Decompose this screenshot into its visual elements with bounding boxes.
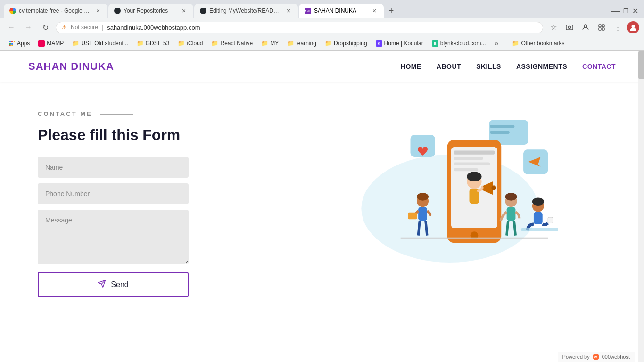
svg-rect-21 <box>490 131 510 134</box>
svg-rect-14 <box>9 45 11 46</box>
tab-2-close[interactable]: × <box>180 7 188 15</box>
tab-4-title: SAHAN DINUKA <box>314 8 368 14</box>
tab-4-close[interactable]: × <box>371 7 378 15</box>
browser-tab-4[interactable]: SD SAHAN DINUKA × <box>299 4 384 18</box>
website-content: SAHAN DINUKA HOME ABOUT SKILLS ASSIGNMEN… <box>0 51 644 362</box>
svg-rect-0 <box>566 25 573 30</box>
bookmarks-more-button[interactable]: » <box>490 39 502 48</box>
forward-button[interactable]: → <box>22 21 35 34</box>
chrome-menu-button[interactable]: ⋮ <box>611 21 624 34</box>
github-favicon-2 <box>114 8 121 14</box>
scrollbar[interactable] <box>638 51 644 362</box>
message-textarea[interactable] <box>38 210 189 264</box>
browser-tab-2[interactable]: Your Repositories × <box>108 4 193 18</box>
bookmark-mamp-label: MAMP <box>47 40 64 47</box>
svg-point-43 <box>505 193 517 201</box>
svg-rect-13 <box>11 43 13 45</box>
scrollbar-thumb[interactable] <box>638 51 644 79</box>
svg-text:W: W <box>594 356 597 359</box>
svg-rect-40 <box>418 207 427 221</box>
bookmark-other[interactable]: 📁 Other bookmarks <box>508 39 568 48</box>
svg-point-37 <box>491 185 496 190</box>
bookmark-use-label: USE Old student... <box>81 40 128 47</box>
extensions-button[interactable] <box>595 21 608 34</box>
folder-icon-react: 📁 <box>211 40 218 47</box>
tab-1-close[interactable]: × <box>94 7 102 15</box>
powered-by-host: 000webhost <box>602 354 630 360</box>
bookmark-react-native[interactable]: 📁 React Native <box>207 39 256 48</box>
bookmark-blynk[interactable]: B blynk-cloud.com... <box>428 39 490 48</box>
svg-rect-29 <box>454 157 483 160</box>
security-icon: ⚠ <box>62 24 67 31</box>
powered-by-footer: Powered by W 000webhost <box>558 352 635 362</box>
send-label: Send <box>111 280 128 289</box>
browser-tab-3[interactable]: Editing MyWebsite/README... × <box>194 4 298 18</box>
bookmark-react-label: React Native <box>220 40 253 47</box>
bookmark-use-old[interactable]: 📁 USE Old student... <box>68 39 132 48</box>
site-nav: HOME ABOUT SKILLS ASSIGNMENTS CONTACT <box>401 63 616 70</box>
svg-rect-30 <box>454 162 490 165</box>
svg-rect-3 <box>599 25 601 27</box>
new-tab-button[interactable]: + <box>385 4 398 17</box>
profile-avatar[interactable] <box>627 21 639 33</box>
send-button[interactable]: Send <box>38 272 189 297</box>
bookmark-dropshipping[interactable]: 📁 Dropshipping <box>321 39 371 48</box>
github-favicon-3 <box>200 8 206 14</box>
folder-icon-my: 📁 <box>261 40 268 47</box>
nav-home[interactable]: HOME <box>401 63 421 70</box>
site-header: SAHAN DINUKA HOME ABOUT SKILLS ASSIGNMEN… <box>0 51 644 82</box>
bookmark-my[interactable]: 📁 MY <box>257 39 282 48</box>
minimize-button[interactable]: — <box>611 6 620 16</box>
svg-point-34 <box>467 172 481 181</box>
bookmark-kodular[interactable]: K Home | Kodular <box>372 39 427 48</box>
svg-rect-10 <box>11 41 13 42</box>
svg-point-2 <box>584 25 587 27</box>
account-button[interactable] <box>579 21 592 34</box>
folder-icon-gdse: 📁 <box>137 40 144 47</box>
folder-icon-other: 📁 <box>512 40 519 47</box>
restore-button[interactable]: ❐ <box>623 8 629 14</box>
reload-button[interactable]: ↻ <box>39 21 52 34</box>
bookmark-learning[interactable]: 📁 learning <box>283 39 320 48</box>
svg-rect-9 <box>9 41 11 42</box>
browser-chrome: cv template free - Google Se... × Your R… <box>0 0 644 51</box>
address-bar[interactable]: ⚠ Not secure | sahandinuka.000webhostapp… <box>56 22 543 33</box>
bookmark-gdse[interactable]: 📁 GDSE 53 <box>133 39 173 48</box>
nav-about[interactable]: ABOUT <box>437 63 461 70</box>
phone-input[interactable] <box>38 183 189 204</box>
mamp-icon <box>38 40 45 47</box>
bookmark-star-button[interactable]: ☆ <box>547 21 560 34</box>
bookmark-blynk-label: blynk-cloud.com... <box>440 40 486 47</box>
svg-rect-41 <box>408 213 417 220</box>
svg-rect-28 <box>454 150 495 154</box>
tab-3-close[interactable]: × <box>285 7 292 15</box>
bookmarks-bar: Apps MAMP 📁 USE Old student... 📁 GDSE 53… <box>0 37 644 50</box>
folder-icon-learning: 📁 <box>287 40 294 47</box>
svg-point-8 <box>632 25 635 28</box>
bookmark-mamp[interactable]: MAMP <box>34 39 67 48</box>
send-icon <box>98 280 106 290</box>
tab-3-title: Editing MyWebsite/README... <box>209 8 282 14</box>
tab-1-title: cv template free - Google Se... <box>19 8 91 14</box>
bookmark-apps[interactable]: Apps <box>5 39 33 48</box>
security-label: Not secure <box>71 24 98 31</box>
svg-rect-12 <box>9 43 11 45</box>
bookmark-icloud-label: iCloud <box>187 40 203 47</box>
apps-grid-icon <box>8 40 15 47</box>
bookmark-drop-label: Dropshipping <box>334 40 367 47</box>
nav-skills[interactable]: SKILLS <box>476 63 501 70</box>
svg-rect-47 <box>534 212 543 224</box>
contact-illustration <box>322 110 558 267</box>
svg-rect-31 <box>454 168 478 171</box>
000webhost-logo: W <box>593 354 599 360</box>
browser-tab-1[interactable]: cv template free - Google Se... × <box>4 4 107 18</box>
nav-assignments[interactable]: ASSIGNMENTS <box>516 63 567 70</box>
folder-icon-drop: 📁 <box>325 40 332 47</box>
close-window-button[interactable]: ✕ <box>632 7 638 16</box>
name-input[interactable] <box>38 157 189 178</box>
bookmark-icloud[interactable]: 📁 iCloud <box>174 39 206 48</box>
back-button[interactable]: ← <box>5 21 18 34</box>
nav-contact[interactable]: CONTACT <box>582 63 616 70</box>
svg-rect-6 <box>602 28 604 30</box>
screenshot-button[interactable] <box>563 21 576 34</box>
